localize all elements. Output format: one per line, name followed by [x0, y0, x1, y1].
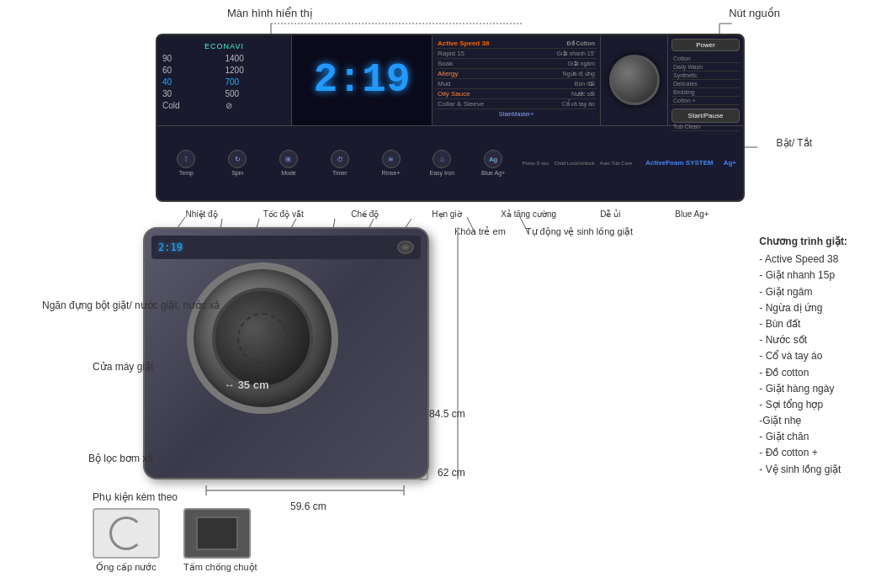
mode-button[interactable]: ⊞ Mode: [267, 150, 311, 176]
washer-container: 2:19: [118, 227, 454, 513]
hose-label: Ống cấp nước: [93, 562, 160, 573]
accessories-label: Phụ kiện kèm theo: [93, 491, 271, 503]
washer-small-display: 2:19: [158, 241, 183, 253]
wash-programs-title: Chương trình giặt:: [759, 234, 847, 250]
wash-program-8: - Đồ cotton: [759, 365, 847, 381]
spin-button[interactable]: ↻ Spin: [215, 150, 260, 176]
dial-area: [600, 35, 667, 125]
temp-cold: Cold: [162, 101, 224, 110]
wash-program-7: - Cổ và tay áo: [759, 348, 847, 364]
prog-cotton[interactable]: Cotton: [671, 55, 740, 63]
washer-body: 2:19: [143, 227, 429, 479]
prog-mud[interactable]: Mud Bùn đất: [436, 79, 597, 89]
temp-60: 60: [162, 66, 224, 75]
function-labels-2: Khóa trẻ em Tự động vệ sinh lồng giặt: [454, 225, 633, 237]
program-dial[interactable]: [609, 55, 660, 105]
dim-width-label: 59.6 cm: [290, 501, 326, 512]
temp-icon: ⊺: [177, 150, 195, 168]
temp-30: 30: [162, 89, 224, 98]
prog-synthetic[interactable]: Synthetic: [671, 72, 740, 80]
label-mode: Chế độ: [324, 209, 406, 220]
prog-cotton-plus[interactable]: Cotton +: [671, 97, 740, 105]
blue-ag-button[interactable]: Ag Blue Ag+: [471, 150, 516, 176]
prog-tub-clean[interactable]: Tub Clean: [671, 123, 740, 131]
washer-drum: [212, 288, 313, 389]
power-button[interactable]: Power: [671, 39, 740, 51]
wash-program-5: - Bùn đất: [759, 316, 847, 332]
mat-label: Tấm chống chuột: [183, 562, 257, 573]
hose-shape: [109, 516, 143, 550]
prog-bedding[interactable]: Bedding: [671, 88, 740, 97]
rinse-button[interactable]: ≋ Rinse+: [369, 150, 413, 176]
main-container: Màn hình hiển thị Nút nguồn ECONAVI 90 6…: [0, 0, 881, 588]
temp-button[interactable]: ⊺ Temp: [164, 150, 209, 176]
panel-bottom-controls: ⊺ Temp ↻ Spin ⊞ Mode ⏱ Timer ≋ Rinse+ ♨ …: [157, 126, 743, 200]
ag-plus-badge: Ag+: [724, 159, 736, 167]
spin-column: 1400 1200 700 500 ⊘: [226, 54, 287, 110]
display-screen-label: Màn hình hiển thị: [227, 7, 313, 21]
indicator-3: Auto Tub Care: [600, 161, 633, 166]
wash-program-4: - Ngừa dị ứng: [759, 300, 847, 316]
label-child-lock: Khóa trẻ em: [454, 225, 506, 237]
wash-program-6: - Nước sốt: [759, 332, 847, 348]
spin-500: 500: [226, 89, 287, 98]
washer-small-dial: [397, 241, 414, 254]
mode-icon: ⊞: [279, 150, 298, 168]
door-label: Cửa máy giặt: [93, 360, 153, 374]
timer-icon: ⏱: [331, 150, 349, 168]
temp-90: 90: [162, 54, 224, 63]
spin-1200: 1200: [226, 66, 287, 75]
wash-program-1: - Active Speed 38: [759, 252, 847, 268]
rinse-icon: ≋: [382, 150, 401, 168]
time-display: 2:19: [292, 35, 432, 125]
prog-oily[interactable]: Oily Sauce Nước sốt: [436, 89, 597, 99]
active-foam-badge: ActiveFoam SYSTEM: [645, 159, 713, 167]
accessories-list: Ống cấp nước Tấm chống chuột: [93, 508, 271, 573]
dim-height-label: 84.5 cm: [429, 408, 465, 420]
wash-program-14: - Vệ sinh lồng giặt: [759, 462, 847, 478]
mat-item: Tấm chống chuột: [183, 508, 257, 573]
blue-ag-icon: Ag: [484, 150, 502, 168]
indicator-group: Press S sec Child Lock/Unlock Auto Tub C…: [522, 161, 632, 166]
label-easy-iron: Dễ ủi: [570, 209, 651, 220]
wash-programs-section: Chương trình giặt: - Active Speed 38 - G…: [759, 234, 847, 478]
easy-iron-button[interactable]: ♨ Easy Iron: [420, 150, 464, 176]
start-stop-label: Bật/ Tắt: [777, 137, 812, 151]
panel-top: ECONAVI 90 60 40 30 Cold 1400 1200 700 5…: [157, 35, 743, 126]
dimension-height: [457, 227, 459, 479]
wash-program-3: - Giặt ngâm: [759, 284, 847, 300]
temp-40: 40: [162, 77, 224, 87]
drum-inner: [237, 313, 288, 363]
prog-daily-wash[interactable]: Daily Wash: [671, 63, 740, 72]
dim-depth-label: 62 cm: [438, 467, 465, 479]
mat-box: [183, 508, 251, 559]
start-pause-button[interactable]: Start/Pause: [671, 109, 740, 123]
bottom-labels-row: Nhiệt độ Tốc độ vắt Chế độ Hẹn giờ Xả tă…: [161, 209, 733, 220]
prog-rapid15[interactable]: Rapid 15 Giặt nhanh 15': [436, 49, 597, 59]
prog-active-speed[interactable]: Active Speed 38 Đồ Cotton: [436, 39, 597, 49]
program-list-left: Active Speed 38 Đồ Cotton Rapid 15 Giặt …: [432, 35, 600, 125]
indicator-1: Press S sec: [522, 161, 549, 166]
label-timer: Hẹn giờ: [406, 209, 487, 220]
easy-iron-icon: ♨: [433, 150, 451, 168]
label-blue-ag: Blue Ag+: [651, 209, 733, 220]
program-list-right: Power Cotton Daily Wash Synthetic Delica…: [667, 35, 743, 125]
temp-spin-grid: 90 60 40 30 Cold 1400 1200 700 500 ⊘: [162, 54, 286, 110]
dim-v-line: [457, 227, 459, 479]
spin-icon: ↻: [228, 150, 247, 168]
prog-collar[interactable]: Collar & Sleeve Cổ và tay áo: [436, 99, 597, 109]
timer-button[interactable]: ⏱ Timer: [317, 150, 362, 176]
prog-allergy[interactable]: Allergy Ngừa dị ứng: [436, 69, 597, 79]
accessories-section: Phụ kiện kèm theo Ống cấp nước Tấm chống…: [93, 491, 271, 573]
prog-delicates[interactable]: Delicates: [671, 80, 740, 88]
spin-off: ⊘: [226, 101, 287, 110]
wash-program-2: - Giặt nhanh 15p: [759, 268, 847, 283]
prog-soak[interactable]: Soak Giặt ngâm: [436, 59, 597, 69]
spin-700: 700: [226, 77, 287, 87]
label-spin: Tốc độ vắt: [242, 209, 324, 220]
label-temp: Nhiệt độ: [161, 209, 242, 220]
washer-door: [187, 262, 338, 414]
soap-drawer-label: Ngăn đựng bột giặt/ nước giặt, nước xả: [42, 299, 220, 313]
mat-shape: [196, 516, 238, 550]
stainmaster-badge: StainMaster+: [436, 109, 597, 119]
